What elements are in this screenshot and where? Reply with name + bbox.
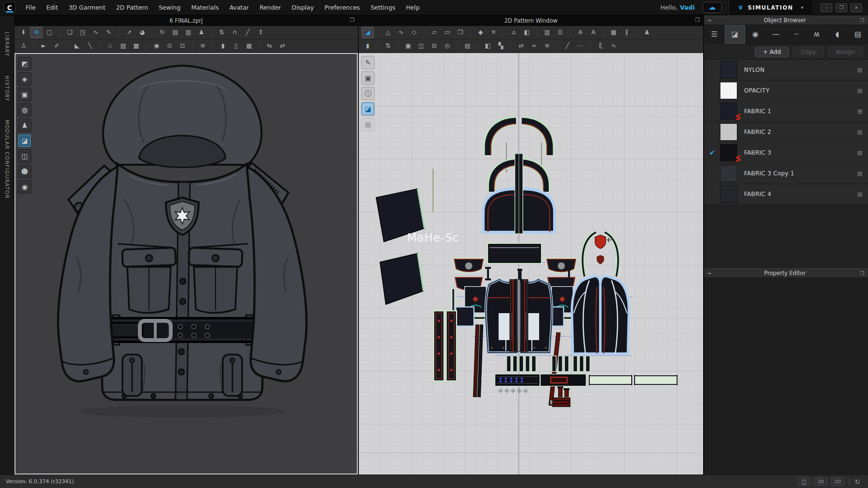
multi-sew-icon[interactable]: ⊟ [428,40,440,52]
copy-fabric-button[interactable]: Copy [793,47,824,57]
align-center-icon[interactable]: ⇆ [263,40,275,52]
tab-fabric[interactable]: ◪ [725,25,746,44]
minimize-button[interactable]: – [821,3,832,12]
sidebar-tab-modular-configurator[interactable]: MODULAR CONFIGURATOR [4,114,10,205]
measure-3d-icon[interactable]: ╱ [242,27,254,38]
rectangle-tool-icon[interactable]: ▭ [441,27,453,38]
shirt-check-icon[interactable]: ▚ [495,40,507,52]
show-3d-paint-icon[interactable]: ◍ [18,103,31,117]
buttonhole-icon[interactable]: ⊙ [163,40,176,52]
add-to-library-icon[interactable]: ⊞ [852,170,868,177]
attach-pattern-icon[interactable]: ◣ [71,40,83,52]
show-fabric-2d-icon[interactable]: ◪ [361,102,375,116]
dots-icon[interactable]: ⋯ [574,40,586,52]
menu-item[interactable]: Render [254,0,286,15]
tab-tape[interactable]: ▤ [848,25,868,44]
menu-item[interactable]: Settings [365,0,400,15]
menu-item[interactable]: 3D Garment [63,0,111,15]
show-avatar-icon[interactable]: ♟ [18,119,31,132]
render-style-icon[interactable]: ◩ [18,57,31,70]
texture-icon[interactable]: ▦ [243,40,255,52]
stroke-icon[interactable]: ╲ [84,40,96,52]
show-info-2d-icon[interactable]: ⓘ [361,87,375,100]
avatar-2d-icon[interactable]: ♟ [641,27,653,38]
cross-dart-icon[interactable]: ✕ [488,27,500,38]
walk-avatar-icon[interactable]: ♙ [17,40,29,52]
polygon-tool-icon[interactable]: ▱ [428,27,440,38]
simulation-toggle[interactable]: « SIMULATION ▾ [729,0,812,15]
pattern-copy-icon[interactable]: ❐ [454,27,466,38]
belt-loop-pieces[interactable] [506,356,590,372]
sleeve-pieces[interactable] [376,169,433,304]
elastic-icon[interactable]: ξ [595,40,607,52]
seam-allowance-icon[interactable]: ▥ [541,27,553,38]
show-garment-thick-icon[interactable]: ▣ [18,88,31,101]
lock-buttonhole-icon[interactable]: ⊡ [176,40,189,52]
menu-item[interactable]: Edit [41,0,63,15]
pleat-icon[interactable]: ‖ [621,27,633,38]
grid-icon[interactable]: ▦ [608,27,620,38]
fabric-roll-icon[interactable]: ▮ [217,40,229,52]
pen-2d-icon[interactable]: ╱ [561,40,573,52]
collapse-panel-icon[interactable]: → [704,271,714,276]
menu-item[interactable]: Display [286,0,319,15]
add-to-library-icon[interactable]: ⊞ [852,149,868,157]
free-sew-icon[interactable]: ◫ [415,40,427,52]
close-button[interactable]: × [851,3,862,12]
show-garment-2d-icon[interactable]: ▣ [361,71,375,85]
wave-icon[interactable]: ∿ [608,40,620,52]
menu-item[interactable]: Avatar [224,0,255,15]
collar-band-piece[interactable] [487,243,542,264]
edit-curve-3d-icon[interactable]: ∿ [90,27,102,38]
hood-trim-curves[interactable] [583,232,618,277]
show-stroke-2d-icon[interactable]: ✎ [361,56,375,69]
vest-back-piece[interactable] [572,276,629,354]
segment-sew-icon[interactable]: ▣ [402,40,414,52]
refit-garment-icon[interactable]: ▥ [182,27,194,38]
sew-machine-icon[interactable]: ▤ [461,40,474,52]
cloth-split-icon[interactable]: ◧ [521,27,533,38]
edit-pattern-3d-icon[interactable]: ◳ [77,27,89,38]
notch-icon[interactable]: ☰ [554,27,566,38]
button-icon[interactable]: ◉ [150,40,163,52]
view-2d-button[interactable]: 2D [831,477,844,486]
sew-direction-icon[interactable]: ⇄ [515,40,527,52]
needle-icon[interactable]: ✐ [51,40,63,52]
text-tool-icon[interactable]: A [574,27,586,38]
select-move-icon[interactable]: ✛ [30,27,42,38]
menu-item[interactable]: Help [401,0,425,15]
fuse-icon[interactable]: ▨ [117,40,129,52]
app-logo[interactable]: C [4,2,15,13]
select-box-icon[interactable]: ▢ [43,27,55,38]
pen-3d-icon[interactable]: ✎ [103,27,115,38]
fabric-row[interactable]: ✔ S FABRIC 3 ⊞ [704,143,868,163]
split-view-button[interactable]: ◫ [798,477,810,486]
show-garment-icon[interactable]: ◈ [18,72,31,86]
menu-item[interactable]: Materials [186,0,224,15]
3d-viewport[interactable]: ◩ ◈ ▣ ◍ ♟ ◪ ◫ ☻ ◉ [14,53,358,475]
lock-pattern-icon[interactable]: ▩ [361,118,375,131]
menu-item[interactable]: Preferences [319,0,366,15]
avatar-fit-icon[interactable]: ♟ [195,27,207,38]
menu-item[interactable]: File [20,0,41,15]
dart-tool-icon[interactable]: ◆ [475,27,487,38]
sculpt-icon[interactable]: ◕ [136,27,148,38]
tape-3d-icon[interactable]: ∩ [229,27,241,38]
placket-strip-pieces[interactable] [510,269,528,352]
show-seam-icon[interactable]: ◫ [18,149,31,163]
steam-icon[interactable]: ♨ [104,40,116,52]
add-to-library-icon[interactable]: ⊞ [852,108,868,115]
show-environment-icon[interactable]: ◉ [18,180,31,194]
account-greeting[interactable]: Hello,Vadi [660,4,694,11]
arrange-points-icon[interactable]: ⇅ [216,27,228,38]
tab-topstitch[interactable]: — [766,25,787,44]
pucker-icon[interactable]: ≈ [528,40,540,52]
edit-curvature-icon[interactable]: ∿ [395,27,407,38]
tab-puckering[interactable]: ʍ [807,25,827,44]
shirring-icon[interactable]: ≋ [541,40,553,52]
tab-scene-list[interactable]: ☰ [704,25,725,44]
popout-window-icon[interactable]: ❐ [350,17,354,23]
menu-item[interactable]: 2D Pattern [111,0,154,15]
detect-sew-icon[interactable]: ◎ [441,40,453,52]
fabric-view-icon[interactable]: ▮ [362,40,374,52]
